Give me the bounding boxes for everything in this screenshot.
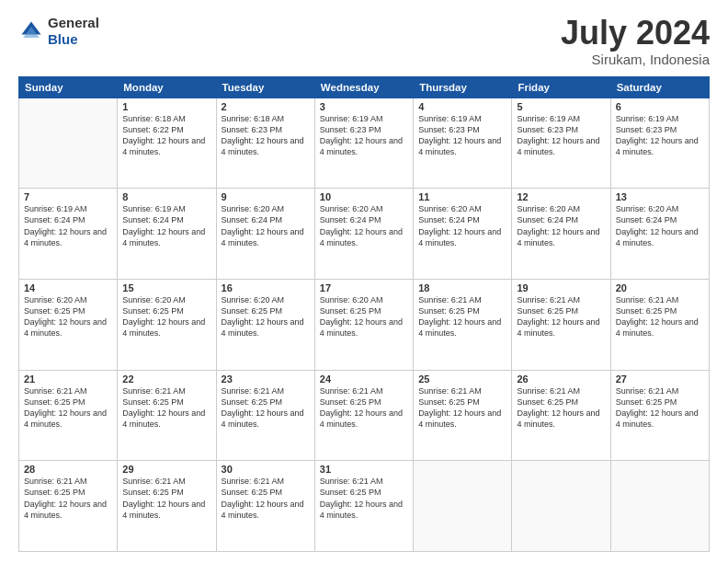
day-info: Sunrise: 6:20 AMSunset: 6:24 PMDaylight:… (222, 203, 310, 248)
month-year-title: July 2024 (561, 15, 710, 52)
table-row: 13Sunrise: 6:20 AMSunset: 6:24 PMDayligh… (610, 189, 709, 280)
day-info: Sunrise: 6:19 AMSunset: 6:23 PMDaylight:… (418, 113, 506, 158)
day-number: 26 (517, 373, 605, 385)
day-info: Sunrise: 6:19 AMSunset: 6:24 PMDaylight:… (122, 203, 210, 248)
location-subtitle: Sirukam, Indonesia (561, 52, 710, 67)
logo-blue-text: Blue (48, 31, 78, 47)
generalblue-logo-icon (18, 18, 44, 44)
page: General Blue July 2024 Sirukam, Indonesi… (0, 0, 728, 563)
day-info: Sunrise: 6:20 AMSunset: 6:24 PMDaylight:… (616, 203, 704, 248)
table-row: 26Sunrise: 6:21 AMSunset: 6:25 PMDayligh… (512, 370, 610, 461)
table-row: 28Sunrise: 6:21 AMSunset: 6:25 PMDayligh… (19, 461, 118, 552)
col-saturday: Saturday (610, 76, 709, 98)
day-number: 24 (320, 373, 408, 385)
day-number: 1 (122, 101, 210, 112)
day-info: Sunrise: 6:20 AMSunset: 6:25 PMDaylight:… (24, 294, 112, 339)
calendar-week-row: 7Sunrise: 6:19 AMSunset: 6:24 PMDaylight… (19, 189, 710, 280)
day-number: 27 (616, 373, 704, 385)
logo: General Blue (18, 15, 99, 48)
day-info: Sunrise: 6:20 AMSunset: 6:24 PMDaylight:… (418, 203, 506, 248)
calendar-week-row: 1Sunrise: 6:18 AMSunset: 6:22 PMDaylight… (19, 98, 710, 189)
col-wednesday: Wednesday (314, 76, 413, 98)
day-number: 11 (418, 191, 506, 202)
table-row (610, 461, 709, 552)
day-info: Sunrise: 6:21 AMSunset: 6:25 PMDaylight:… (122, 476, 210, 521)
day-number: 30 (222, 464, 310, 475)
day-info: Sunrise: 6:19 AMSunset: 6:24 PMDaylight:… (24, 203, 112, 248)
day-info: Sunrise: 6:21 AMSunset: 6:25 PMDaylight:… (616, 294, 704, 339)
table-row: 4Sunrise: 6:19 AMSunset: 6:23 PMDaylight… (414, 98, 512, 189)
day-number: 15 (122, 282, 210, 293)
table-row: 23Sunrise: 6:21 AMSunset: 6:25 PMDayligh… (216, 370, 314, 461)
table-row: 9Sunrise: 6:20 AMSunset: 6:24 PMDaylight… (216, 189, 314, 280)
day-number: 25 (418, 373, 506, 385)
day-info: Sunrise: 6:21 AMSunset: 6:25 PMDaylight:… (222, 476, 310, 521)
day-number: 12 (517, 191, 605, 202)
table-row: 6Sunrise: 6:19 AMSunset: 6:23 PMDaylight… (610, 98, 709, 189)
day-info: Sunrise: 6:19 AMSunset: 6:23 PMDaylight:… (517, 113, 605, 158)
title-block: July 2024 Sirukam, Indonesia (561, 15, 710, 67)
day-number: 3 (320, 101, 408, 112)
table-row: 19Sunrise: 6:21 AMSunset: 6:25 PMDayligh… (512, 279, 610, 370)
table-row: 24Sunrise: 6:21 AMSunset: 6:25 PMDayligh… (314, 370, 413, 461)
table-row: 7Sunrise: 6:19 AMSunset: 6:24 PMDaylight… (19, 189, 118, 280)
day-number: 19 (517, 282, 605, 293)
day-number: 28 (24, 464, 112, 475)
day-info: Sunrise: 6:21 AMSunset: 6:25 PMDaylight:… (616, 385, 704, 431)
day-number: 21 (24, 373, 112, 385)
day-number: 31 (320, 464, 408, 475)
calendar-week-row: 21Sunrise: 6:21 AMSunset: 6:25 PMDayligh… (19, 370, 710, 461)
table-row: 8Sunrise: 6:19 AMSunset: 6:24 PMDaylight… (118, 189, 216, 280)
day-info: Sunrise: 6:20 AMSunset: 6:24 PMDaylight:… (517, 203, 605, 248)
header: General Blue July 2024 Sirukam, Indonesi… (18, 15, 710, 67)
calendar-body: 1Sunrise: 6:18 AMSunset: 6:22 PMDaylight… (19, 98, 710, 551)
col-thursday: Thursday (414, 76, 512, 98)
day-info: Sunrise: 6:21 AMSunset: 6:25 PMDaylight:… (24, 476, 112, 521)
table-row: 25Sunrise: 6:21 AMSunset: 6:25 PMDayligh… (414, 370, 512, 461)
day-number: 8 (122, 191, 210, 202)
day-number: 23 (222, 373, 310, 385)
table-row: 3Sunrise: 6:19 AMSunset: 6:23 PMDaylight… (314, 98, 413, 189)
table-row: 30Sunrise: 6:21 AMSunset: 6:25 PMDayligh… (216, 461, 314, 552)
day-info: Sunrise: 6:19 AMSunset: 6:23 PMDaylight:… (616, 113, 704, 158)
day-number: 22 (122, 373, 210, 385)
day-number: 6 (616, 101, 704, 112)
table-row: 10Sunrise: 6:20 AMSunset: 6:24 PMDayligh… (314, 189, 413, 280)
calendar-week-row: 28Sunrise: 6:21 AMSunset: 6:25 PMDayligh… (19, 461, 710, 552)
day-info: Sunrise: 6:21 AMSunset: 6:25 PMDaylight:… (517, 385, 605, 431)
day-info: Sunrise: 6:18 AMSunset: 6:22 PMDaylight:… (122, 113, 210, 158)
day-info: Sunrise: 6:21 AMSunset: 6:25 PMDaylight:… (222, 385, 310, 431)
day-info: Sunrise: 6:21 AMSunset: 6:25 PMDaylight:… (517, 294, 605, 339)
table-row: 17Sunrise: 6:20 AMSunset: 6:25 PMDayligh… (314, 279, 413, 370)
table-row (414, 461, 512, 552)
col-tuesday: Tuesday (216, 76, 314, 98)
col-sunday: Sunday (19, 76, 118, 98)
table-row: 29Sunrise: 6:21 AMSunset: 6:25 PMDayligh… (118, 461, 216, 552)
table-row (19, 98, 118, 189)
day-number: 4 (418, 101, 506, 112)
day-info: Sunrise: 6:21 AMSunset: 6:25 PMDaylight:… (418, 385, 506, 431)
logo-general-text: General (48, 15, 99, 30)
table-row: 27Sunrise: 6:21 AMSunset: 6:25 PMDayligh… (610, 370, 709, 461)
table-row: 2Sunrise: 6:18 AMSunset: 6:23 PMDaylight… (216, 98, 314, 189)
day-info: Sunrise: 6:21 AMSunset: 6:25 PMDaylight:… (122, 385, 210, 431)
table-row: 20Sunrise: 6:21 AMSunset: 6:25 PMDayligh… (610, 279, 709, 370)
table-row: 1Sunrise: 6:18 AMSunset: 6:22 PMDaylight… (118, 98, 216, 189)
day-info: Sunrise: 6:21 AMSunset: 6:25 PMDaylight:… (320, 476, 408, 521)
calendar-header-row: Sunday Monday Tuesday Wednesday Thursday… (19, 76, 710, 98)
day-info: Sunrise: 6:19 AMSunset: 6:23 PMDaylight:… (320, 113, 408, 158)
day-number: 14 (24, 282, 112, 293)
day-number: 18 (418, 282, 506, 293)
day-number: 13 (616, 191, 704, 202)
table-row: 15Sunrise: 6:20 AMSunset: 6:25 PMDayligh… (118, 279, 216, 370)
day-info: Sunrise: 6:20 AMSunset: 6:25 PMDaylight:… (222, 294, 310, 339)
day-info: Sunrise: 6:21 AMSunset: 6:25 PMDaylight:… (418, 294, 506, 339)
day-number: 5 (517, 101, 605, 112)
day-number: 2 (222, 101, 310, 112)
day-number: 9 (222, 191, 310, 202)
day-number: 7 (24, 191, 112, 202)
table-row: 21Sunrise: 6:21 AMSunset: 6:25 PMDayligh… (19, 370, 118, 461)
day-number: 29 (122, 464, 210, 475)
table-row: 5Sunrise: 6:19 AMSunset: 6:23 PMDaylight… (512, 98, 610, 189)
day-number: 10 (320, 191, 408, 202)
